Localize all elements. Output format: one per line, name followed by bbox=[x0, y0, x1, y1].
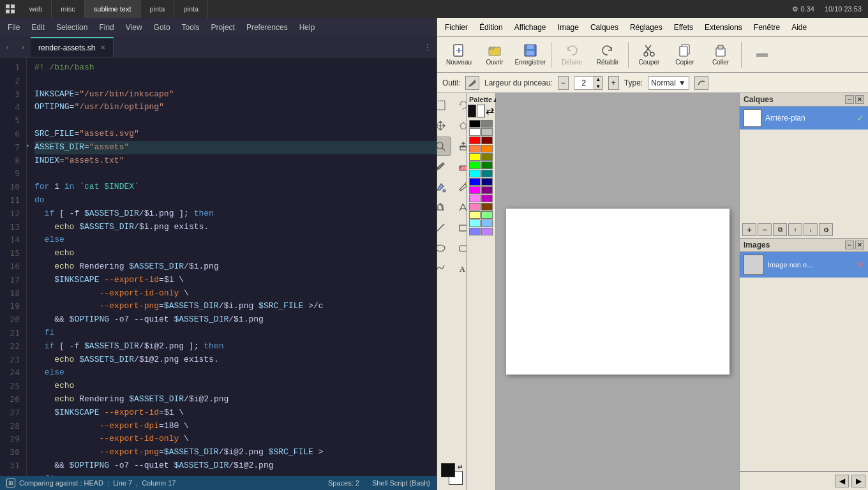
layer-prop-btn[interactable]: ⚙ bbox=[819, 223, 833, 236]
code-area[interactable]: 12345 678910 1112131415 1617181920 21222… bbox=[0, 57, 437, 476]
palette-swatch-blue[interactable] bbox=[469, 178, 481, 186]
type-select[interactable]: Normal ▼ bbox=[648, 76, 689, 90]
menu-fichier[interactable]: Fichier bbox=[440, 20, 473, 34]
palette-swatch-dark-green[interactable] bbox=[481, 161, 493, 169]
palette-swatch-violet[interactable] bbox=[481, 195, 493, 202]
menu-file[interactable]: File bbox=[3, 20, 25, 34]
brush-up[interactable]: ▲ bbox=[594, 76, 602, 83]
menu-goto[interactable]: Goto bbox=[149, 20, 176, 34]
palette-swatch-magenta[interactable] bbox=[469, 186, 481, 194]
palette-swatch-lavender[interactable] bbox=[481, 228, 493, 235]
palette-swap[interactable]: ⇄ bbox=[486, 105, 494, 117]
palette-swatch-light-cyan[interactable] bbox=[469, 219, 481, 227]
menu-find[interactable]: Find bbox=[94, 20, 119, 34]
taskbar-tab-misc[interactable]: misc bbox=[52, 0, 85, 18]
toolbar-ouvrir[interactable]: Ouvrir bbox=[478, 40, 511, 70]
menu-fenetre[interactable]: Fenêtre bbox=[749, 20, 785, 34]
palette-swatch-red[interactable] bbox=[469, 137, 481, 144]
layer-item[interactable]: Arrière-plan ✓ bbox=[740, 107, 868, 130]
editor-tab-close[interactable]: ✕ bbox=[100, 44, 105, 51]
code-content[interactable]: #! /bin/bash INKSCAPE="/usr/bin/inkscape… bbox=[27, 57, 437, 476]
calques-close[interactable]: ✕ bbox=[855, 95, 864, 104]
toolbar-nouveau[interactable]: Nouveau bbox=[442, 40, 475, 70]
palette-swatch-olive[interactable] bbox=[481, 153, 493, 161]
palette-bg[interactable] bbox=[477, 105, 485, 117]
image-close-btn[interactable]: ✕ bbox=[857, 260, 864, 270]
palette-swatch-dark-orange[interactable] bbox=[481, 145, 493, 152]
menu-tools[interactable]: Tools bbox=[177, 20, 205, 34]
palette-swatch-periwinkle[interactable] bbox=[469, 228, 481, 235]
layer-up-btn[interactable]: ↑ bbox=[788, 223, 802, 236]
tab-nav-forward[interactable]: › bbox=[15, 37, 31, 57]
menu-calques[interactable]: Calques bbox=[585, 20, 624, 34]
taskbar-tab-web[interactable]: web bbox=[20, 0, 52, 18]
taskbar-tab-sublime[interactable]: sublime text bbox=[85, 0, 141, 18]
color-foreground[interactable] bbox=[441, 463, 455, 477]
images-minimize[interactable]: − bbox=[845, 241, 854, 249]
toolbar-enregistrer[interactable]: Enregistrer bbox=[514, 40, 547, 70]
palette-swatch-gray[interactable] bbox=[481, 120, 493, 128]
images-close[interactable]: ✕ bbox=[855, 241, 864, 249]
palette-swatch-purple[interactable] bbox=[481, 186, 493, 194]
palette-swatch-teal[interactable] bbox=[481, 170, 493, 177]
palette-swatch-black[interactable] bbox=[469, 120, 481, 128]
brush-input[interactable]: 2 bbox=[574, 78, 594, 87]
palette-swatch-orange[interactable] bbox=[469, 145, 481, 152]
menu-edition[interactable]: Édition bbox=[474, 20, 508, 34]
palette-swatch-cyan[interactable] bbox=[469, 170, 481, 177]
menu-effets[interactable]: Effets bbox=[669, 20, 698, 34]
taskbar-settings-icon[interactable]: ⚙ 0.34 bbox=[792, 5, 814, 13]
toolbar-retablir[interactable]: Rétablir bbox=[591, 40, 624, 70]
editor-tab-render-assets[interactable]: render-assets.sh ✕ bbox=[31, 37, 114, 57]
menu-preferences[interactable]: Preferences bbox=[241, 20, 293, 34]
color-swap-icon[interactable]: ⇄ bbox=[458, 463, 463, 470]
app-grid-icon[interactable] bbox=[0, 4, 20, 14]
editor-tab-menu[interactable]: ⋮ bbox=[419, 37, 437, 57]
menu-view[interactable]: View bbox=[121, 20, 147, 34]
image-item[interactable]: Image non e... ✕ bbox=[740, 252, 868, 278]
brush-down[interactable]: ▼ bbox=[594, 83, 602, 90]
palette-swatch-navy[interactable] bbox=[481, 178, 493, 186]
menu-image[interactable]: Image bbox=[553, 20, 584, 34]
tool-line[interactable] bbox=[437, 218, 451, 237]
palette-swatch-green[interactable] bbox=[469, 161, 481, 169]
palette-swatch-brown[interactable] bbox=[481, 203, 493, 211]
palette-swatch-pink[interactable] bbox=[469, 195, 481, 202]
taskbar-tab-pinta2[interactable]: pinta bbox=[174, 0, 208, 18]
palette-swatch-light-green[interactable] bbox=[481, 211, 493, 219]
menu-extensions[interactable]: Extensions bbox=[700, 20, 747, 34]
brush-decrease[interactable]: − bbox=[558, 76, 569, 90]
tool-zoom[interactable] bbox=[437, 137, 451, 156]
tool-paint-bucket[interactable] bbox=[437, 177, 451, 197]
tool-ellipse[interactable] bbox=[437, 239, 451, 258]
panel-redo-btn[interactable]: ▶ bbox=[851, 475, 865, 487]
palette-fg[interactable] bbox=[468, 105, 476, 117]
menu-help[interactable]: Help bbox=[294, 20, 320, 34]
palette-swatch-yellow[interactable] bbox=[469, 153, 481, 161]
layer-add-btn[interactable]: + bbox=[742, 223, 756, 236]
palette-swatch-rose[interactable] bbox=[469, 203, 481, 211]
toolbar-couper[interactable]: Couper bbox=[632, 40, 666, 70]
panel-undo-btn[interactable]: ◀ bbox=[835, 475, 849, 487]
menu-project[interactable]: Project bbox=[206, 20, 240, 34]
layer-delete-btn[interactable]: − bbox=[758, 223, 772, 236]
tool-rect-select[interactable] bbox=[437, 96, 451, 115]
layer-dup-btn[interactable]: ⧉ bbox=[773, 223, 787, 236]
palette-swatch-dark-red[interactable] bbox=[481, 137, 493, 144]
palette-swatch-white[interactable] bbox=[469, 128, 481, 136]
palette-swatch-silver[interactable] bbox=[481, 128, 493, 136]
menu-edit[interactable]: Edit bbox=[26, 20, 50, 34]
toolbar-more[interactable] bbox=[745, 40, 779, 70]
calques-minimize[interactable]: − bbox=[845, 95, 854, 104]
tool-clone[interactable] bbox=[437, 198, 451, 217]
canvas[interactable] bbox=[506, 209, 730, 375]
menu-reglages[interactable]: Réglages bbox=[625, 20, 668, 34]
tool-move[interactable] bbox=[437, 116, 451, 135]
tab-nav-back[interactable]: ‹ bbox=[0, 37, 15, 57]
toolbar-copier[interactable]: Copier bbox=[668, 40, 701, 70]
palette-swatch-light-yellow[interactable] bbox=[469, 211, 481, 219]
brush-increase[interactable]: + bbox=[608, 76, 619, 90]
tool-icon-btn[interactable] bbox=[465, 76, 479, 90]
menu-aide[interactable]: Aide bbox=[786, 20, 812, 34]
layer-down-btn[interactable]: ↓ bbox=[804, 223, 818, 236]
